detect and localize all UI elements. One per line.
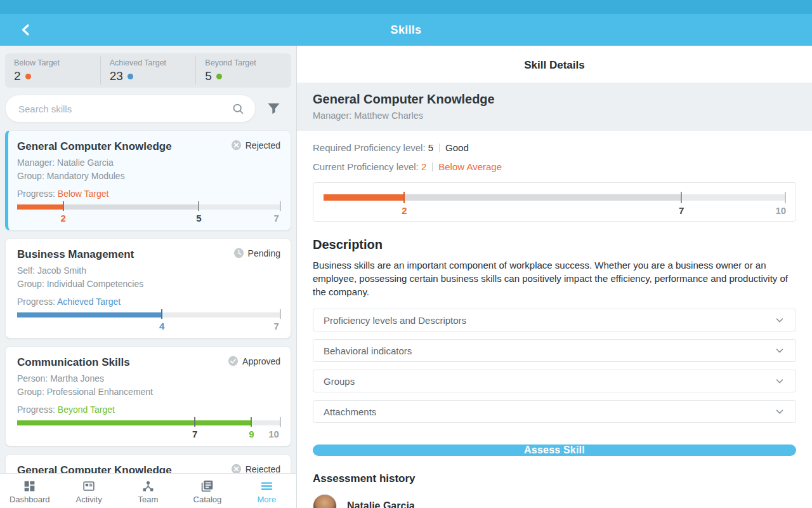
skill-card-title: General Computer Knowledge	[17, 140, 172, 154]
skill-card-general-computer-knowledge[interactable]: General Computer Knowledge Rejected Mana…	[5, 130, 291, 231]
current-proficiency-value: 2	[421, 161, 426, 172]
search-bar	[5, 95, 256, 123]
rejected-icon	[231, 464, 242, 473]
required-proficiency-value: 5	[428, 142, 433, 153]
nav-item-activity[interactable]: Activity	[59, 474, 118, 508]
current-tick	[161, 309, 162, 319]
search-icon	[232, 102, 245, 116]
status-badge-rejected: Rejected	[231, 464, 280, 473]
status-bar	[0, 0, 812, 14]
skills-list: General Computer Knowledge Rejected Mana…	[0, 130, 296, 473]
progress-bar	[17, 312, 280, 318]
skill-card-group: Group: Mandatory Modules	[17, 170, 280, 182]
filter-button[interactable]	[256, 102, 291, 115]
max-value-label: 7	[274, 213, 279, 224]
current-tick	[63, 201, 64, 211]
pending-icon	[233, 248, 244, 258]
skill-card-general-computer-knowledge-2[interactable]: General Computer Knowledge Rejected Mana…	[5, 454, 291, 473]
more-icon	[260, 479, 273, 493]
accordion-groups[interactable]: Groups	[313, 370, 796, 392]
nav-item-dashboard[interactable]: Dashboard	[0, 474, 59, 508]
skill-card-communication-skills[interactable]: Communication Skills Approved Person: Ma…	[5, 346, 291, 446]
filter-icon	[267, 102, 280, 115]
current-tick	[251, 417, 252, 427]
accordion-proficiency-levels[interactable]: Proficiency levels and Descriptors	[313, 309, 796, 331]
skill-card-group: Group: Individual Competencies	[17, 277, 280, 290]
proficiency-slider-bar	[324, 194, 785, 201]
proficiency-slider-labels: 2 7 10	[324, 203, 785, 217]
chevron-down-icon	[774, 314, 785, 326]
skill-card-owner: Person: Martha Jones	[17, 372, 280, 385]
nav-item-team[interactable]: Team	[119, 474, 178, 508]
current-tick	[403, 192, 405, 203]
back-button[interactable]	[15, 19, 37, 41]
rejected-icon	[231, 140, 242, 150]
skills-app: Skills Below Target 2 Achieved Target 23	[0, 0, 812, 508]
stat-below-target-count: 2	[14, 69, 21, 83]
current-proficiency-line: Current Proficiency level: 2Below Averag…	[313, 160, 793, 173]
progress-label: Progress:	[17, 404, 58, 415]
status-badge-approved: Approved	[228, 356, 280, 366]
nav-item-catalog[interactable]: Catalog	[178, 474, 237, 508]
status-label: Approved	[242, 356, 280, 366]
status-label: Rejected	[246, 140, 280, 150]
chevron-down-icon	[774, 375, 785, 387]
catalog-icon	[200, 479, 214, 493]
skill-card-title: General Computer Knowledge	[17, 464, 172, 473]
stat-below-target[interactable]: Below Target 2	[5, 57, 100, 84]
stat-achieved-target[interactable]: Achieved Target 23	[100, 57, 196, 84]
progress-bar-fill	[17, 204, 63, 210]
required-proficiency-line: Required Proficiency level: 5Good	[313, 141, 793, 154]
max-tick	[280, 417, 281, 427]
assessor-name: Natalie Garcia	[347, 500, 415, 508]
skill-card-business-management[interactable]: Business Management Pending Self: Jacob …	[5, 238, 291, 338]
dashboard-icon	[23, 479, 36, 493]
proficiency-slider-fill	[324, 194, 404, 201]
current-value-label: 2	[402, 205, 407, 216]
max-tick	[280, 201, 281, 211]
nav-item-more[interactable]: More	[237, 474, 296, 508]
separator	[432, 163, 433, 171]
assessment-history-section: Assessment history Natalie Garcia	[297, 456, 812, 508]
avatar	[313, 494, 337, 508]
max-tick	[785, 192, 786, 203]
required-proficiency-rating: Good	[445, 142, 469, 153]
current-value-label: 2	[60, 213, 65, 224]
skill-detail-manager: Manager: Matthew Charles	[313, 109, 793, 122]
activity-icon	[82, 479, 96, 493]
progress-status: Achieved Target	[57, 297, 121, 307]
status-label: Pending	[248, 248, 280, 258]
accordion-behavioral-indicators[interactable]: Behavioral indicators	[313, 339, 796, 362]
progress-bar-fill	[17, 312, 162, 318]
skill-card-title: Communication Skills	[17, 356, 130, 370]
stat-beyond-target-count: 5	[205, 69, 212, 83]
team-icon	[141, 479, 155, 493]
target-tick	[198, 201, 199, 211]
chevron-left-icon	[20, 23, 32, 36]
skill-card-group: Group: Professional Enhancement	[17, 385, 280, 398]
max-value-label: 10	[775, 205, 786, 216]
status-badge-pending: Pending	[233, 248, 280, 258]
target-value-label: 7	[192, 429, 197, 439]
stat-beyond-target[interactable]: Beyond Target 5	[195, 57, 291, 84]
achieved-target-dot-icon	[128, 74, 133, 79]
progress-bar-labels: 4 7	[17, 319, 280, 334]
assess-skill-button[interactable]: Assess Skill	[313, 444, 796, 456]
progress-bar-fill	[17, 420, 251, 425]
target-tick	[681, 192, 682, 203]
search-input[interactable]	[18, 104, 232, 114]
assessment-history-item[interactable]: Natalie Garcia	[313, 494, 793, 508]
approved-icon	[228, 356, 239, 366]
progress-label: Progress:	[17, 189, 58, 199]
skills-list-panel: Below Target 2 Achieved Target 23 Beyond…	[0, 46, 297, 508]
progress-status: Beyond Target	[58, 404, 115, 415]
accordion-attachments[interactable]: Attachments	[313, 400, 796, 423]
skill-details-panel: Skill Details General Computer Knowledge…	[297, 46, 812, 508]
target-value-label: 7	[679, 205, 684, 216]
status-label: Rejected	[246, 464, 280, 474]
max-tick	[280, 309, 281, 319]
below-target-dot-icon	[25, 74, 31, 79]
current-value-label: 4	[159, 321, 164, 331]
description-heading: Description	[313, 237, 793, 252]
accordion-list: Proficiency levels and Descriptors Behav…	[313, 309, 796, 431]
